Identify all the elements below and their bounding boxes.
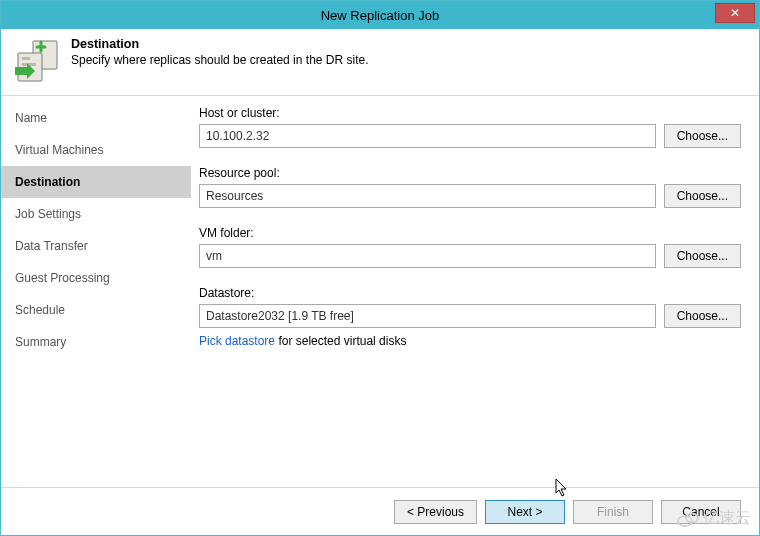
wizard-sidebar: Name Virtual Machines Destination Job Se… (1, 96, 191, 501)
sidebar-item-virtual-machines[interactable]: Virtual Machines (1, 134, 191, 166)
title-bar: New Replication Job ✕ (1, 1, 759, 29)
datastore-hint-row: Pick datastore for selected virtual disk… (199, 334, 741, 348)
header-subtitle: Specify where replicas should be created… (71, 53, 369, 67)
destination-icon (13, 37, 61, 85)
host-choose-button[interactable]: Choose... (664, 124, 741, 148)
pool-input[interactable] (199, 184, 656, 208)
wizard-footer: < Previous Next > Finish Cancel (1, 487, 759, 535)
previous-button[interactable]: < Previous (394, 500, 477, 524)
folder-input[interactable] (199, 244, 656, 268)
wizard-body: Name Virtual Machines Destination Job Se… (1, 96, 759, 501)
close-button[interactable]: ✕ (715, 3, 755, 23)
header-title: Destination (71, 37, 369, 51)
dialog-window: New Replication Job ✕ Destination Specif… (0, 0, 760, 536)
pick-datastore-link[interactable]: Pick datastore (199, 334, 275, 348)
datastore-group: Datastore: Choose... Pick datastore for … (199, 286, 741, 348)
sidebar-item-summary[interactable]: Summary (1, 326, 191, 358)
wizard-content: Host or cluster: Choose... Resource pool… (191, 96, 759, 501)
folder-label: VM folder: (199, 226, 741, 240)
next-button[interactable]: Next > (485, 500, 565, 524)
pool-group: Resource pool: Choose... (199, 166, 741, 208)
wizard-header: Destination Specify where replicas shoul… (1, 29, 759, 96)
sidebar-item-data-transfer[interactable]: Data Transfer (1, 230, 191, 262)
datastore-label: Datastore: (199, 286, 741, 300)
pool-choose-button[interactable]: Choose... (664, 184, 741, 208)
sidebar-item-schedule[interactable]: Schedule (1, 294, 191, 326)
folder-group: VM folder: Choose... (199, 226, 741, 268)
host-group: Host or cluster: Choose... (199, 106, 741, 148)
window-title: New Replication Job (321, 8, 440, 23)
datastore-choose-button[interactable]: Choose... (664, 304, 741, 328)
sidebar-item-guest-processing[interactable]: Guest Processing (1, 262, 191, 294)
sidebar-item-destination[interactable]: Destination (1, 166, 191, 198)
folder-choose-button[interactable]: Choose... (664, 244, 741, 268)
cancel-button[interactable]: Cancel (661, 500, 741, 524)
host-input[interactable] (199, 124, 656, 148)
pool-label: Resource pool: (199, 166, 741, 180)
sidebar-item-job-settings[interactable]: Job Settings (1, 198, 191, 230)
datastore-input[interactable] (199, 304, 656, 328)
datastore-hint-text: for selected virtual disks (275, 334, 406, 348)
host-label: Host or cluster: (199, 106, 741, 120)
sidebar-item-name[interactable]: Name (1, 102, 191, 134)
svg-rect-2 (22, 57, 30, 60)
finish-button: Finish (573, 500, 653, 524)
close-icon: ✕ (730, 6, 740, 20)
header-text: Destination Specify where replicas shoul… (71, 37, 369, 67)
